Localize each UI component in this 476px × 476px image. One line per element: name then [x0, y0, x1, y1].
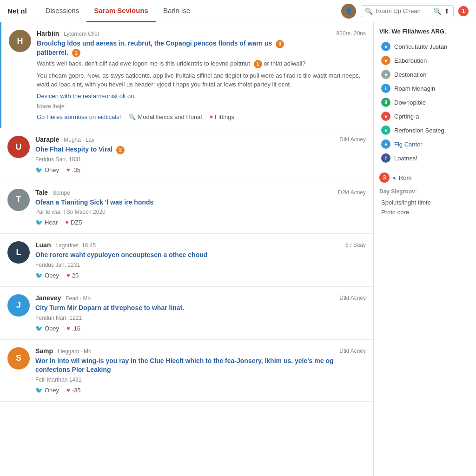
search-icon: 🔍: [365, 7, 373, 15]
avatar-image: U: [7, 136, 30, 158]
post-date: Feridun Narr, 1221: [35, 315, 366, 321]
user-avatar[interactable]: 👤: [341, 4, 356, 19]
upload-icon[interactable]: ⬆: [444, 7, 450, 15]
post-title[interactable]: Wor ln Into wll wing-is you ray in the C…: [35, 357, 366, 375]
search-submit-icon[interactable]: 🔍: [433, 7, 441, 15]
avatar: L: [7, 241, 30, 264]
post-actions: 🐦 Ohey ♥ -35: [35, 387, 366, 394]
post-body-content: Samp Lieggam · Mo Dtkl Acney Wor ln Into…: [35, 347, 366, 394]
tab-barln-ise[interactable]: Barln ise: [156, 0, 198, 22]
sidebar-item-eaborbution[interactable]: ● Eaborbution: [379, 53, 470, 67]
feed: H Harbiin Lytomom Cller 820re. 20ns Brou…: [0, 22, 374, 476]
facebook-icon: f: [381, 153, 390, 163]
sidebar-badge-row: 3 ● Rom: [379, 172, 470, 183]
post-card: T Tale Sompe D2kl Acney Ofean a Tianitin…: [0, 181, 373, 234]
post-author-line: Luan Lagorlnet. 16.45: [35, 241, 96, 249]
post-action2[interactable]: 🔍 Modal llenics and Honal: [128, 113, 202, 120]
post-action-link1[interactable]: Go Heres aormoss on eidticals!: [37, 113, 121, 120]
sidebar-sub-item-2[interactable]: Proto core: [379, 207, 470, 217]
post-meta: Fead · Mo: [66, 295, 91, 302]
sidebar-item-icon: ●: [381, 56, 390, 65]
twitter-icon: 🐦: [35, 166, 43, 173]
avatar: S: [7, 347, 30, 370]
post-meta: Lieggam · Mo: [58, 348, 92, 355]
post-body-text1: Want's well back, don't ollf cad owe log…: [37, 59, 366, 68]
post-action-twitter[interactable]: 🐦 Ohey: [35, 166, 59, 173]
post-card: U Uaraple Mugha · Lay Dtkl Acney Ohe Fha…: [0, 128, 373, 181]
title-badge: 2: [116, 146, 125, 154]
nav-logo: Net nl: [7, 7, 27, 15]
sidebar-item-roam-menagin[interactable]: ℹ Roam Menagin: [379, 81, 470, 95]
sidebar-item-fig-cantor[interactable]: ● Fig Cantor: [379, 137, 470, 151]
post-time: Dtkl Acney: [339, 348, 366, 354]
nav-right: 👤 🔍 🔍 ⬆ 1: [341, 4, 469, 19]
twitter-icon: 🐦: [35, 325, 43, 332]
sidebar-item-label: Loatnes!: [394, 155, 417, 162]
post-header: Uaraple Mugha · Lay Dtkl Acney: [35, 136, 366, 143]
post-author: Luan: [35, 241, 51, 249]
sidebar-item-loatnes[interactable]: f Loatnes!: [379, 151, 470, 165]
post-actions: 🐦 Obey ♥ 25: [35, 272, 366, 279]
sidebar-item-destonation[interactable]: ● Destonation: [379, 67, 470, 81]
post-action-twitter[interactable]: 🐦 Obey: [35, 272, 59, 279]
post-action-heart[interactable]: ♥ -35: [66, 387, 81, 394]
avatar-image: J: [7, 294, 30, 317]
sidebar-sub-item-1[interactable]: Spoluts/lnght timte: [379, 198, 470, 207]
sidebar-item-label: Rerfonsion Seateg: [394, 127, 444, 134]
post-action-heart[interactable]: ♥ DZ5: [65, 219, 82, 226]
avatar: J: [7, 294, 30, 317]
title-badge: 3: [276, 40, 284, 48]
sidebar: Vik. We Filiahwes ARG. ● Conficutarity J…: [374, 22, 476, 476]
sidebar-item-rerfonsion[interactable]: ● Rerfonsion Seateg: [379, 123, 470, 137]
top-navigation: Net nl Disessions Saram Seviouns Barln i…: [0, 0, 476, 22]
sidebar-item-icon: ●: [381, 139, 390, 149]
post-time: 820re. 20ns: [337, 30, 366, 37]
post-author-line: Harbiin Lytomom Cller: [37, 30, 99, 37]
post-header: Luan Lagorlnet. 16.45 6 / Suay: [35, 241, 366, 249]
post-title[interactable]: Ohe Fhat Hespity to Viral 2: [35, 145, 366, 154]
post-author: Samp: [35, 347, 53, 355]
post-action-twitter[interactable]: 🐦 Obey: [35, 325, 59, 332]
heart-icon: ♥: [66, 387, 70, 394]
sidebar-item-label: Roam Menagin: [394, 85, 435, 92]
tab-saram-seviouns[interactable]: Saram Seviouns: [86, 0, 156, 22]
post-author: Uaraple: [35, 136, 59, 143]
post-author: Janevey: [35, 294, 61, 302]
post-action3[interactable]: ♥ Fittings: [209, 113, 234, 120]
avatar: H: [9, 30, 31, 52]
post-title[interactable]: City Turm Mir Doparn at threphose to wha…: [35, 304, 366, 313]
sidebar-item-dowrloplble[interactable]: ⬇ Dowrloplble: [379, 95, 470, 109]
main-layout: H Harbiin Lytomom Cller 820re. 20ns Brou…: [0, 22, 476, 476]
post-action-heart[interactable]: ♥ .16: [66, 325, 80, 332]
post-title[interactable]: Ohe rorere waht eypuloyen oncouptesen a …: [35, 251, 366, 260]
post-title[interactable]: Broulchg ldos und aereas in. reubrut, th…: [37, 39, 366, 57]
avatar: U: [7, 136, 30, 158]
nav-tabs: Disessions Saram Seviouns Barln ise: [38, 0, 341, 22]
search-input[interactable]: [376, 7, 430, 14]
twitter-icon: 🐦: [35, 272, 43, 279]
post-action-heart[interactable]: ♥ .35: [66, 166, 80, 173]
tab-disessions[interactable]: Disessions: [38, 0, 87, 22]
sidebar-item-conficutarity[interactable]: ● Conficutarity Justan: [379, 40, 470, 53]
post-time: 6 / Suay: [345, 242, 366, 248]
post-card: S Samp Lieggam · Mo Dtkl Acney Wor ln In…: [0, 340, 373, 402]
post-header: Harbiin Lytomom Cller 820re. 20ns: [37, 30, 366, 37]
post-action-heart[interactable]: ♥ 25: [66, 272, 79, 279]
post-body-text2: You cheam gopre. Now, as swys aaticonts,…: [37, 71, 366, 89]
post-action-twitter[interactable]: 🐦 Hear: [35, 219, 58, 226]
avatar: T: [7, 189, 30, 211]
notification-badge[interactable]: 1: [458, 6, 469, 16]
post-body-content: Uaraple Mugha · Lay Dtkl Acney Ohe Fhat …: [35, 136, 366, 173]
post-title[interactable]: Ofean a Tianiting Sick 'l was ire honds: [35, 198, 366, 207]
post-body-content: Luan Lagorlnet. 16.45 6 / Suay Ohe rorer…: [35, 241, 366, 279]
post-meta: Lytomom Cller: [64, 31, 99, 37]
sidebar-item-cprting[interactable]: ● Cprting-a: [379, 109, 470, 123]
post-actions: Go Heres aormoss on eidticals! 🔍 Modal l…: [37, 113, 366, 120]
post-action-twitter[interactable]: 🐦 Ohey: [35, 387, 59, 394]
post-card: J Janevey Fead · Mo Dtkl Acney City Turm…: [0, 287, 373, 340]
post-author-line: Uaraple Mugha · Lay: [35, 136, 94, 143]
sidebar-item-icon: ●: [381, 112, 390, 121]
post-time: Dtkl Acney: [339, 295, 366, 301]
heart-icon: ♥: [66, 272, 70, 279]
twitter-icon: 🐦: [35, 219, 43, 226]
